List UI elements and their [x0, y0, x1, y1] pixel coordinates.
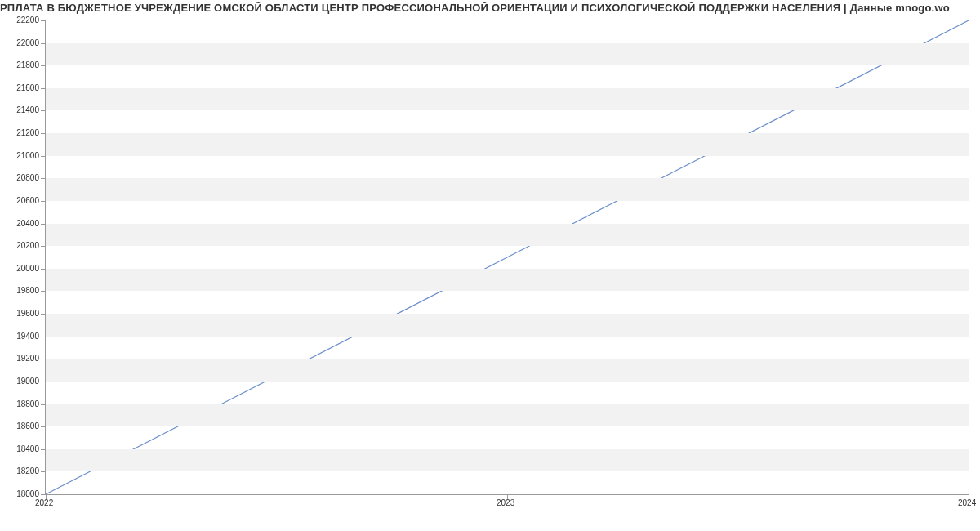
y-tick-label: 19600 [3, 309, 39, 318]
y-tick [41, 382, 46, 382]
y-tick-label: 21000 [3, 151, 39, 160]
plot-area [45, 20, 969, 495]
y-tick-label: 22200 [3, 16, 39, 25]
grid-band [46, 133, 969, 156]
y-tick-label: 18800 [3, 399, 39, 408]
y-tick [41, 337, 46, 337]
y-tick-label: 20400 [3, 219, 39, 228]
y-tick [41, 88, 46, 89]
y-tick-label: 21600 [3, 83, 39, 92]
grid-band [46, 404, 969, 427]
y-tick [41, 269, 46, 270]
y-tick-label: 21200 [3, 128, 39, 137]
grid-band [46, 224, 969, 247]
grid-band [46, 43, 969, 66]
x-tick-label: 2022 [35, 498, 53, 507]
y-tick-label: 19800 [3, 286, 39, 295]
y-tick [41, 449, 46, 450]
y-tick-label: 18400 [3, 444, 39, 453]
y-tick [41, 314, 46, 315]
y-tick-label: 20600 [3, 196, 39, 205]
y-tick-label: 19400 [3, 332, 39, 341]
y-tick-label: 19000 [3, 377, 39, 386]
y-tick-label: 20000 [3, 264, 39, 273]
y-tick-label: 22000 [3, 38, 39, 47]
y-tick [41, 43, 46, 44]
y-tick-label: 21800 [3, 60, 39, 69]
x-tick-label: 2024 [958, 498, 976, 507]
grid-band [46, 359, 969, 382]
grid-band [46, 178, 969, 201]
salary-line-chart: РПЛАТА В БЮДЖЕТНОЕ УЧРЕЖДЕНИЕ ОМСКОЙ ОБЛ… [0, 0, 980, 531]
y-tick-label: 20800 [3, 173, 39, 182]
grid-band [46, 88, 969, 111]
y-tick [41, 133, 46, 134]
grid-band [46, 269, 969, 292]
y-tick [41, 156, 46, 157]
y-tick-label: 19200 [3, 354, 39, 363]
chart-title: РПЛАТА В БЮДЖЕТНОЕ УЧРЕЖДЕНИЕ ОМСКОЙ ОБЛ… [0, 2, 980, 14]
y-tick-label: 20200 [3, 241, 39, 250]
y-tick-label: 18600 [3, 422, 39, 431]
y-tick-label: 18000 [3, 489, 39, 498]
y-tick-label: 21400 [3, 105, 39, 114]
y-tick [41, 359, 46, 359]
y-tick [41, 426, 46, 427]
y-tick [41, 404, 46, 405]
y-tick [41, 65, 46, 66]
y-tick [41, 178, 46, 179]
y-tick [41, 246, 46, 247]
y-tick [41, 291, 46, 292]
y-tick [41, 20, 46, 21]
y-tick [41, 201, 46, 202]
grid-band [46, 449, 969, 472]
y-tick [41, 224, 46, 225]
y-tick [41, 110, 46, 111]
y-tick-label: 18200 [3, 466, 39, 475]
x-tick-label: 2023 [497, 498, 514, 507]
grid-band [46, 314, 969, 337]
y-tick [41, 471, 46, 472]
